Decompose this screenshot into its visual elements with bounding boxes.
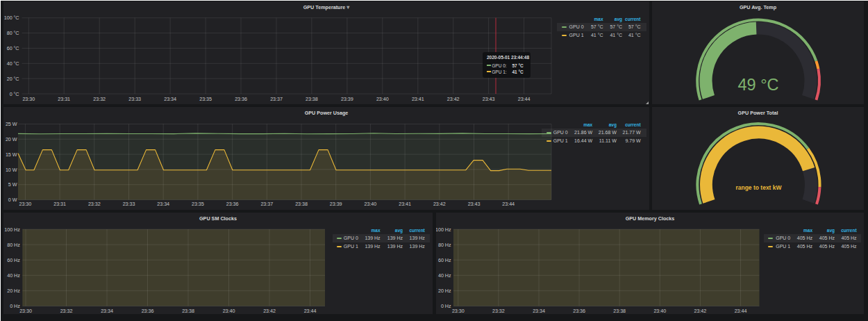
svg-text:40 °C: 40 °C [7, 60, 19, 67]
svg-text:23:44: 23:44 [304, 308, 317, 314]
svg-text:15 W: 15 W [6, 151, 17, 158]
svg-text:25 W: 25 W [6, 121, 17, 127]
svg-text:23:39: 23:39 [341, 96, 353, 102]
svg-text:23:40: 23:40 [653, 308, 666, 314]
svg-text:23:38: 23:38 [182, 308, 194, 314]
svg-text:23:30: 23:30 [19, 308, 32, 314]
svg-text:0 W: 0 W [8, 197, 17, 203]
svg-text:23:38: 23:38 [295, 201, 308, 207]
svg-text:23:40: 23:40 [376, 96, 389, 102]
svg-text:23:34: 23:34 [101, 308, 113, 314]
svg-text:23:34: 23:34 [533, 308, 545, 314]
svg-text:40 Hz: 40 Hz [438, 272, 451, 279]
svg-text:23:30: 23:30 [22, 96, 35, 102]
svg-text:23:30: 23:30 [452, 308, 465, 314]
svg-text:23:31: 23:31 [58, 96, 70, 102]
svg-text:23:36: 23:36 [226, 201, 239, 207]
svg-text:20 Hz: 20 Hz [438, 288, 451, 294]
svg-text:23:40: 23:40 [365, 201, 377, 207]
svg-text:23:33: 23:33 [128, 96, 141, 102]
svg-text:23:32: 23:32 [492, 308, 505, 314]
svg-text:0 Hz: 0 Hz [10, 303, 20, 309]
svg-text:23:41: 23:41 [399, 201, 411, 207]
svg-text:60 Hz: 60 Hz [7, 257, 20, 263]
svg-text:0 °C: 0 °C [10, 91, 19, 97]
svg-text:60 Hz: 60 Hz [438, 257, 451, 263]
svg-text:23:40: 23:40 [223, 308, 235, 314]
svg-text:23:42: 23:42 [433, 201, 446, 207]
svg-text:23:42: 23:42 [263, 308, 276, 314]
svg-text:100 Hz: 100 Hz [4, 227, 20, 233]
svg-text:100 °C: 100 °C [4, 15, 19, 21]
svg-text:23:36: 23:36 [573, 308, 585, 314]
svg-text:23:44: 23:44 [502, 201, 515, 207]
svg-text:100 Hz: 100 Hz [436, 227, 451, 233]
svg-text:80 °C: 80 °C [7, 30, 19, 36]
svg-text:23:44: 23:44 [518, 96, 531, 102]
svg-text:80 Hz: 80 Hz [7, 242, 20, 248]
svg-text:23:43: 23:43 [483, 96, 495, 102]
svg-text:23:34: 23:34 [164, 96, 176, 102]
svg-text:23:43: 23:43 [468, 201, 481, 207]
svg-text:range to text kW: range to text kW [735, 184, 782, 191]
svg-text:23:33: 23:33 [123, 201, 135, 207]
svg-text:0 Hz: 0 Hz [441, 303, 451, 309]
svg-text:23:30: 23:30 [19, 201, 32, 207]
svg-text:23:38: 23:38 [306, 96, 318, 102]
svg-text:23:38: 23:38 [613, 308, 626, 314]
svg-text:20 Hz: 20 Hz [7, 288, 20, 294]
svg-text:23:34: 23:34 [157, 201, 169, 207]
svg-text:49 °C: 49 °C [737, 76, 778, 94]
svg-text:23:37: 23:37 [270, 96, 283, 102]
svg-text:23:42: 23:42 [447, 96, 460, 102]
svg-text:40 Hz: 40 Hz [7, 272, 20, 279]
svg-text:23:31: 23:31 [53, 201, 66, 207]
svg-text:23:32: 23:32 [60, 308, 73, 314]
svg-text:20 °C: 20 °C [7, 76, 19, 82]
svg-text:23:36: 23:36 [142, 308, 154, 314]
svg-text:20 W: 20 W [6, 136, 17, 142]
svg-text:10 W: 10 W [6, 167, 17, 173]
svg-text:23:37: 23:37 [260, 201, 273, 207]
svg-text:23:42: 23:42 [694, 308, 707, 314]
svg-text:23:39: 23:39 [330, 201, 342, 207]
svg-text:23:36: 23:36 [235, 96, 247, 102]
svg-text:23:35: 23:35 [199, 96, 212, 102]
svg-text:23:44: 23:44 [735, 308, 747, 314]
svg-text:23:32: 23:32 [93, 96, 106, 102]
svg-text:80 Hz: 80 Hz [438, 242, 451, 248]
svg-text:23:32: 23:32 [88, 201, 101, 207]
svg-text:5 W: 5 W [8, 181, 17, 188]
svg-text:60 °C: 60 °C [7, 45, 19, 51]
svg-text:23:41: 23:41 [412, 96, 424, 102]
svg-text:23:35: 23:35 [192, 201, 204, 207]
